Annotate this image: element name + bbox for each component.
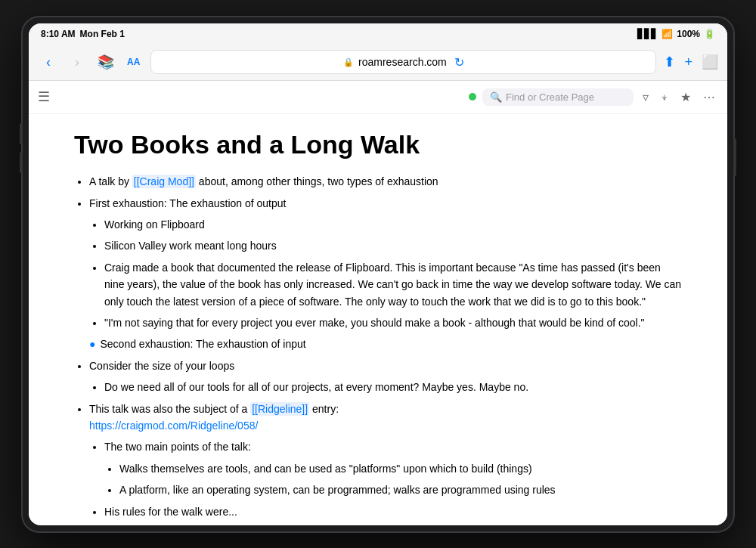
- sidebar-toggle-button[interactable]: ☰: [38, 88, 50, 105]
- volume-down-button[interactable]: [20, 152, 23, 173]
- more-options-button[interactable]: ⋯: [700, 88, 718, 106]
- list-item: "I'm not saying that for every project y…: [104, 314, 682, 331]
- list-item: Consider the size of your loops Do we ne…: [89, 358, 682, 396]
- status-right: ▋▋▋ 📶 100% 🔋: [637, 29, 715, 39]
- status-bar: 8:10 AM Mon Feb 1 ▋▋▋ 📶 100% 🔋: [29, 23, 727, 45]
- list-item: First exhaustion: The exhaustion of outp…: [89, 195, 682, 332]
- filter2-button[interactable]: ⍖: [658, 88, 671, 105]
- online-status-dot: [469, 93, 476, 101]
- time: 8:10 AM: [41, 29, 76, 39]
- ridgeline-url[interactable]: https://craigmod.com/Ridgeline/058/: [89, 420, 258, 432]
- list-item: Working on Flipboard: [104, 216, 682, 233]
- nested-list-2: No general media (newspapers, articles, …: [104, 525, 682, 525]
- side-buttons: [20, 123, 23, 173]
- signal-icon: ▋▋▋: [637, 29, 658, 39]
- nested-list: Do we need all of our tools for all of o…: [89, 379, 682, 395]
- list-item: Craig made a book that documented the re…: [104, 259, 682, 310]
- battery-icon: 🔋: [704, 29, 715, 39]
- reader-mode-button[interactable]: AA: [124, 55, 143, 69]
- list-item: A platform, like an operating system, ca…: [119, 481, 682, 498]
- list-item: A talk by [[Craig Mod]] about, among oth…: [89, 173, 682, 190]
- main-content: Two Books and a Long Walk A talk by [[Cr…: [29, 114, 727, 525]
- power-button[interactable]: [733, 138, 736, 176]
- new-tab-button[interactable]: +: [684, 54, 692, 70]
- bookmarks-button[interactable]: 📚: [95, 51, 116, 73]
- craig-mod-link[interactable]: [[Craig Mod]]: [132, 175, 196, 188]
- share-button[interactable]: ⬆: [664, 54, 675, 70]
- list-item: Silicon Valley work meant long hours: [104, 237, 682, 254]
- status-left: 8:10 AM Mon Feb 1: [41, 29, 125, 39]
- date: Mon Feb 1: [80, 29, 125, 39]
- browser-toolbar: ‹ › 📚 AA 🔒 roamresearch.com ↻ ⬆ + ⬜: [29, 45, 727, 81]
- nested-list: The two main points of the talk: Walks t…: [89, 438, 682, 525]
- content-list: A talk by [[Craig Mod]] about, among oth…: [74, 173, 682, 525]
- ridgeline-link[interactable]: [[Ridgeline]]: [250, 402, 309, 416]
- page-title: Two Books and a Long Walk: [74, 129, 682, 160]
- nested-list-2: Walks themselves are tools, and can be u…: [104, 460, 682, 499]
- list-item: His rules for the walk were... No genera…: [104, 503, 682, 525]
- lock-icon: 🔒: [343, 57, 354, 67]
- forward-button[interactable]: ›: [67, 51, 88, 73]
- back-button[interactable]: ‹: [38, 51, 59, 73]
- address-bar[interactable]: 🔒 roamresearch.com ↻: [150, 50, 656, 74]
- app-toolbar-right: 🔍 ▿ ⍖ ★ ⋯: [469, 88, 718, 106]
- reload-button[interactable]: ↻: [454, 55, 464, 70]
- tab-switcher-button[interactable]: ⬜: [702, 54, 718, 70]
- list-item-blue: ●Second exhaustion: The exhaustion of in…: [74, 336, 682, 352]
- search-input[interactable]: [506, 91, 626, 103]
- nested-list: Working on Flipboard Silicon Valley work…: [89, 216, 682, 331]
- content-body: A talk by [[Craig Mod]] about, among oth…: [74, 173, 682, 525]
- volume-up-button[interactable]: [20, 123, 23, 144]
- battery-percent: 100%: [677, 29, 700, 39]
- list-item: The two main points of the talk: Walks t…: [104, 438, 682, 498]
- list-item: Do we need all of our tools for all of o…: [104, 379, 682, 395]
- filter-button[interactable]: ▿: [640, 88, 652, 106]
- list-item: No general media (newspapers, articles, …: [119, 525, 682, 525]
- list-item: Walks themselves are tools, and can be u…: [119, 460, 682, 477]
- search-icon: 🔍: [490, 91, 502, 103]
- ipad-screen: 8:10 AM Mon Feb 1 ▋▋▋ 📶 100% 🔋 ‹ › 📚 AA …: [29, 23, 727, 525]
- toolbar-actions: ⬆ + ⬜: [664, 54, 718, 70]
- app-toolbar: ☰ 🔍 ▿ ⍖ ★ ⋯: [29, 81, 727, 114]
- search-bar[interactable]: 🔍: [482, 88, 634, 106]
- star-button[interactable]: ★: [677, 88, 694, 106]
- ipad-frame: 8:10 AM Mon Feb 1 ▋▋▋ 📶 100% 🔋 ‹ › 📚 AA …: [23, 17, 733, 531]
- list-item: This talk was also the subject of a [[Ri…: [89, 401, 682, 525]
- url-display: roamresearch.com: [358, 56, 447, 68]
- wifi-icon: 📶: [662, 29, 673, 39]
